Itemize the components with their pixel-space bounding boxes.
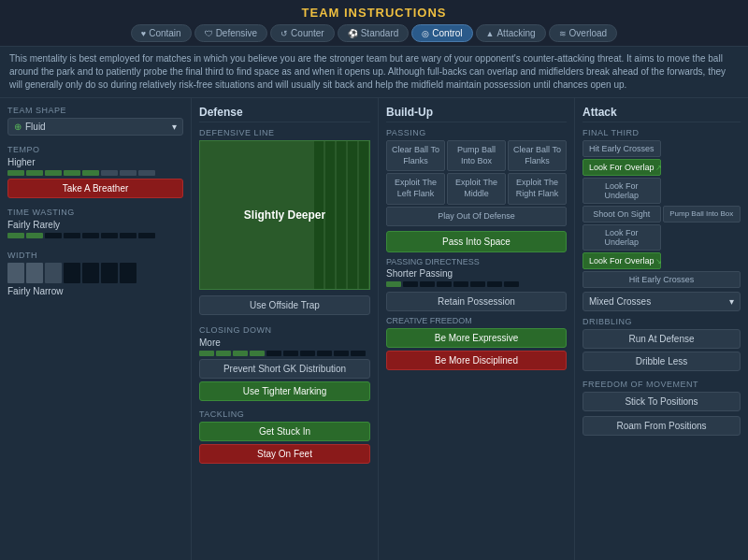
ft-hit-early-crosses-top[interactable]: Hit Early Crosses bbox=[583, 140, 661, 157]
mixed-crosses-button[interactable]: Mixed Crosses ▾ bbox=[583, 292, 741, 311]
width-value: Fairly Narrow bbox=[7, 286, 183, 296]
tab-contain[interactable]: ♥Contain bbox=[131, 24, 192, 42]
grid-cell-right-flank[interactable]: Exploit The Right Flank bbox=[508, 173, 567, 204]
roam-from-positions-button[interactable]: Roam From Positions bbox=[583, 416, 741, 436]
time-wasting-value: Fairly Rarely bbox=[7, 220, 183, 230]
stay-on-feet-button[interactable]: Stay On Feet bbox=[199, 444, 370, 464]
tackling-label: TACKLING bbox=[199, 409, 370, 419]
closing-down-section: CLOSING DOWN More Prevent Short GK Distr… bbox=[199, 325, 370, 404]
tempo-section: TEMPO Higher Take A Breather bbox=[7, 145, 183, 198]
retain-possession-button[interactable]: Retain Possession bbox=[386, 292, 567, 311]
width-visual bbox=[7, 263, 183, 283]
ft-look-for-overlap-bot[interactable]: Look For Overlap ↘ bbox=[583, 252, 661, 269]
attack-title: Attack bbox=[583, 106, 741, 122]
be-more-expressive-button[interactable]: Be More Expressive bbox=[386, 328, 567, 348]
ft-hit-early-crosses-bot[interactable]: Hit Early Crosses bbox=[583, 271, 741, 288]
creative-freedom-label: CREATIVE FREEDOM bbox=[386, 316, 567, 325]
tackling-section: TACKLING Get Stuck In Stay On Feet bbox=[199, 409, 370, 464]
be-more-disciplined-button[interactable]: Be More Disciplined bbox=[386, 351, 567, 370]
closing-down-label: CLOSING DOWN bbox=[199, 325, 370, 335]
final-third-label: FINAL THIRD bbox=[583, 128, 741, 137]
overlap-arrow-icon: ↗ bbox=[655, 164, 662, 172]
standard-icon: ⚽ bbox=[348, 29, 358, 38]
grid-cell-clear-right[interactable]: Clear Ball To Flanks bbox=[508, 140, 567, 171]
offside-trap-button[interactable]: Use Offside Trap bbox=[199, 295, 370, 315]
final-third-grid: Hit Early Crosses Look For Overlap ↗ Loo… bbox=[583, 140, 741, 288]
get-stuck-in-button[interactable]: Get Stuck In bbox=[199, 422, 370, 441]
tempo-value: Higher bbox=[7, 157, 183, 167]
width-label: WIDTH bbox=[7, 251, 183, 260]
closing-down-value: More bbox=[199, 337, 370, 348]
overlap-arrow2-icon: ↘ bbox=[655, 257, 662, 266]
fom-buttons: Stick To Positions Roam From Positions bbox=[583, 392, 741, 438]
tab-defensive[interactable]: 🛡Defensive bbox=[194, 24, 267, 42]
mixed-crosses-arrow-icon: ▾ bbox=[729, 296, 734, 307]
pass-into-space-button[interactable]: Pass Into Space bbox=[386, 231, 567, 252]
overload-icon: ≋ bbox=[559, 29, 567, 38]
buildup-panel: Build-Up PASSING Clear Ball To Flanks Pu… bbox=[379, 98, 575, 560]
mixed-crosses-row: Mixed Crosses ▾ bbox=[583, 292, 741, 311]
left-panel: TEAM SHAPE ⊕ Fluid ▾ TEMPO Higher Take A… bbox=[0, 98, 192, 560]
grid-cell-pump[interactable]: Pump Ball Into Box bbox=[447, 140, 506, 171]
grid-cell-left-flank[interactable]: Exploit The Left Flank bbox=[386, 173, 445, 204]
description-text: This mentality is best employed for matc… bbox=[0, 46, 748, 98]
tab-counter[interactable]: ↺Counter bbox=[270, 24, 335, 42]
defensive-line-visual[interactable]: Slightly Deeper bbox=[199, 140, 370, 290]
defense-panel: Defense DEFENSIVE LINE Slightly Deeper U… bbox=[192, 98, 379, 560]
tab-overload[interactable]: ≋Overload bbox=[549, 24, 618, 42]
dropdown-arrow-icon: ▾ bbox=[172, 122, 177, 132]
ft-look-for-underlap-bot[interactable]: Look For Underlap bbox=[583, 224, 661, 251]
def-line-label: DEFENSIVE LINE bbox=[199, 128, 370, 137]
take-a-breather-button[interactable]: Take A Breather bbox=[7, 179, 183, 198]
prevent-short-gk-button[interactable]: Prevent Short GK Distribution bbox=[199, 359, 370, 379]
tighter-marking-button[interactable]: Use Tighter Marking bbox=[199, 381, 370, 401]
tempo-label: TEMPO bbox=[7, 145, 183, 154]
buildup-title: Build-Up bbox=[386, 106, 567, 122]
closing-slider[interactable] bbox=[199, 351, 370, 356]
tab-control[interactable]: ◎Control bbox=[411, 24, 472, 42]
dribbling-label: DRIBBLING bbox=[583, 317, 741, 326]
passing-label: PASSING bbox=[386, 128, 567, 137]
directness-label: PASSING DIRECTNESS bbox=[386, 257, 567, 266]
header: TEAM INSTRUCTIONS ♥Contain 🛡Defensive ↺C… bbox=[0, 0, 748, 46]
center-panels: Defense DEFENSIVE LINE Slightly Deeper U… bbox=[192, 98, 748, 560]
dribble-less-button[interactable]: Dribble Less bbox=[583, 352, 741, 371]
stick-to-positions-button[interactable]: Stick To Positions bbox=[583, 392, 741, 411]
dribbling-section: DRIBBLING Run At Defense Dribble Less bbox=[583, 317, 741, 374]
def-line-value: Slightly Deeper bbox=[244, 208, 325, 222]
ft-look-for-overlap-top[interactable]: Look For Overlap ↗ bbox=[583, 159, 661, 176]
team-shape-section: TEAM SHAPE ⊕ Fluid ▾ bbox=[7, 106, 183, 136]
ft-look-for-underlap-top[interactable]: Look For Underlap bbox=[583, 178, 661, 204]
ft-shoot-on-sight[interactable]: Shoot On Sight bbox=[583, 206, 661, 223]
grid-cell-middle[interactable]: Exploit The Middle bbox=[447, 173, 506, 204]
ft-pump-ball[interactable]: Pump Ball Into Box bbox=[663, 206, 741, 223]
counter-icon: ↺ bbox=[280, 29, 288, 38]
contain-icon: ♥ bbox=[141, 29, 146, 38]
defense-title: Defense bbox=[199, 106, 370, 122]
time-wasting-slider[interactable] bbox=[7, 233, 183, 238]
directness-value: Shorter Passing bbox=[386, 268, 567, 279]
tab-standard[interactable]: ⚽Standard bbox=[338, 24, 410, 42]
main-content: TEAM SHAPE ⊕ Fluid ▾ TEMPO Higher Take A… bbox=[0, 98, 748, 560]
team-shape-label: TEAM SHAPE bbox=[7, 106, 183, 115]
width-section: WIDTH Fairly Narrow bbox=[7, 251, 183, 296]
tab-attacking[interactable]: ▲Attacking bbox=[476, 24, 546, 42]
fom-label: FREEDOM OF MOVEMENT bbox=[583, 380, 741, 389]
page-title: TEAM INSTRUCTIONS bbox=[0, 6, 748, 20]
passing-grid: Clear Ball To Flanks Pump Ball Into Box … bbox=[386, 140, 567, 226]
time-wasting-label: TIME WASTING bbox=[7, 208, 183, 217]
tempo-slider[interactable] bbox=[7, 170, 183, 176]
grid-cell-clear-left[interactable]: Clear Ball To Flanks bbox=[386, 140, 445, 171]
attacking-icon: ▲ bbox=[486, 29, 495, 38]
team-shape-dropdown[interactable]: ⊕ Fluid ▾ bbox=[7, 118, 183, 136]
directness-slider[interactable] bbox=[386, 281, 567, 287]
run-at-defense-button[interactable]: Run At Defense bbox=[583, 329, 741, 349]
control-icon: ◎ bbox=[422, 29, 429, 38]
freedom-of-movement-section: FREEDOM OF MOVEMENT Stick To Positions R… bbox=[583, 380, 741, 438]
tab-bar: ♥Contain 🛡Defensive ↺Counter ⚽Standard ◎… bbox=[0, 24, 748, 42]
defensive-icon: 🛡 bbox=[205, 29, 213, 38]
attack-panel: Attack FINAL THIRD Hit Early Crosses Loo… bbox=[575, 98, 748, 560]
grid-cell-play-out[interactable]: Play Out Of Defense bbox=[386, 207, 567, 227]
time-wasting-section: TIME WASTING Fairly Rarely bbox=[7, 208, 183, 241]
fluid-icon: ⊕ bbox=[14, 122, 22, 132]
